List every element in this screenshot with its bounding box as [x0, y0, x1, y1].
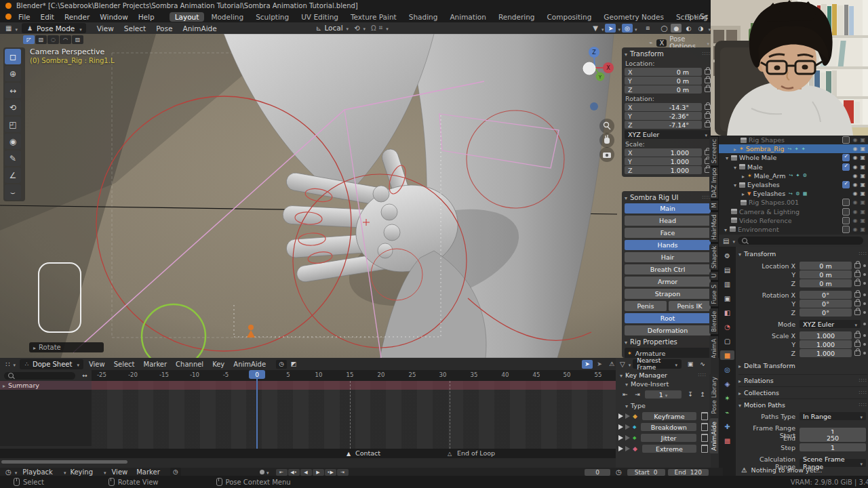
eye-icon[interactable]: ◉ [852, 182, 857, 188]
select-flag-icon[interactable] [618, 424, 623, 430]
show-hidden-filter-icon[interactable]: ➤ [594, 360, 605, 369]
amount-field[interactable]: 1 [645, 390, 682, 399]
workspace-tab-layout[interactable]: Layout [170, 12, 205, 22]
tab-collection-icon[interactable]: ▢ [720, 336, 734, 346]
outliner-row-male-arm[interactable]: ✶ Male_Arm ↪ ✦ ⚙ ◉▣ [719, 171, 868, 180]
xray-toggle-icon[interactable]: ⧈ [642, 24, 653, 33]
tab-shapekeys[interactable]: Shapek [709, 244, 718, 270]
keying-menu[interactable]: Keying [70, 468, 93, 476]
tab-constraints-icon[interactable]: ◈ [720, 379, 734, 388]
marker-menu[interactable]: Marker [136, 468, 160, 476]
rig-button-strapon[interactable]: Strapon [625, 289, 711, 299]
jump-right-icon[interactable]: ⇥ [632, 390, 643, 399]
end-frame-field[interactable]: End120 [668, 469, 709, 476]
rig-button-face[interactable]: Face [625, 228, 711, 238]
view-menu[interactable]: View [97, 24, 114, 33]
insert-down-icon[interactable]: ↧ [685, 390, 696, 399]
tab-animaide[interactable]: AnimA [709, 336, 718, 361]
panel-delta-transform[interactable]: Delta Transform [738, 362, 867, 369]
rig-properties-title[interactable]: Rig Properties [630, 338, 677, 346]
ds-menu-view[interactable]: View [89, 361, 105, 368]
mode-dropdown[interactable]: ♟ Pose Mode [22, 23, 86, 33]
playback-menu[interactable]: Playback [22, 468, 53, 476]
eye-icon[interactable]: ◉ [852, 226, 857, 232]
jump-left-icon[interactable]: ⇤ [620, 390, 631, 399]
rig-button-penis-ik[interactable]: Penis IK [669, 301, 711, 311]
delete-icon[interactable] [701, 434, 708, 442]
falloff-curve-icon[interactable]: ∿ [697, 360, 708, 369]
animate-dot[interactable] [863, 282, 866, 285]
prop-rotation-mode[interactable]: ModeXYZ Euler [738, 320, 866, 328]
camera-visibility-icon[interactable]: ▣ [860, 164, 865, 170]
rotation-mode-dropdown[interactable]: XYZ Euler [625, 130, 711, 139]
editor-type-icon[interactable]: ∷ [5, 361, 9, 368]
operator-panel[interactable]: Rotate [29, 342, 104, 352]
menu-file[interactable]: File [18, 13, 31, 21]
tool-select-box-icon[interactable]: ◻ [5, 49, 21, 64]
eye-icon[interactable]: ◉ [852, 146, 857, 152]
prop-scale-z[interactable]: Z1.000 [738, 349, 866, 357]
rig-button-root[interactable]: Root [625, 313, 711, 323]
outliner-row-sombra-rig[interactable]: ✶ Sombra_Rig ↪ ✦ ✦ ◉▣ [719, 144, 868, 153]
outliner-row-whole-male[interactable]: Whole Male ◉▣ [719, 153, 868, 162]
tab-animaide-sidebar[interactable]: AnimAide [709, 418, 718, 453]
tab-world-icon[interactable]: ◔ [720, 322, 734, 331]
animate-dot[interactable] [863, 273, 866, 276]
workspace-tab-sculpting[interactable]: Sculpting [250, 12, 294, 22]
tab-view-layer-icon[interactable]: ▣ [720, 293, 734, 303]
view-menu[interactable]: View [112, 468, 128, 476]
rotation-x-field[interactable]: X-14.3° [625, 103, 702, 111]
camera-visibility-icon[interactable]: ▣ [860, 218, 865, 224]
animate-dot[interactable] [863, 293, 866, 296]
tool-scale-icon[interactable]: ◰ [5, 117, 21, 132]
prop-step[interactable]: Step1 [738, 443, 866, 451]
lock-icon[interactable] [705, 69, 711, 75]
tab-bone-icon[interactable]: ⌁ [720, 407, 734, 417]
start-frame-field[interactable]: Start0 [627, 469, 665, 476]
tab-bone-constraint-icon[interactable]: ✚ [720, 422, 734, 431]
play-button[interactable]: ▶ [313, 469, 324, 476]
tab-hairmod[interactable]: HairMod [709, 212, 718, 242]
snap-mode-dropdown[interactable]: Nearest Frame [633, 359, 682, 369]
eye-icon[interactable]: ◉ [852, 190, 857, 197]
lock-icon[interactable] [705, 78, 711, 83]
play-reverse-button[interactable]: ◀ [300, 469, 312, 476]
menu-window[interactable]: Window [100, 13, 127, 21]
workspace-tab-geometry-nodes[interactable]: Geometry Nodes [598, 12, 669, 22]
workspace-tab-compositing[interactable]: Compositing [542, 12, 597, 22]
tab-pose-library[interactable]: Pose Library [709, 374, 718, 416]
editor-type-icon[interactable]: ▦ [5, 24, 12, 32]
eye-icon[interactable]: ◉ [852, 218, 857, 224]
camera-visibility-icon[interactable]: ▣ [860, 137, 865, 143]
collection-checkbox[interactable] [842, 163, 850, 171]
snap-cursor-icon[interactable]: ◩ [288, 360, 299, 369]
eye-icon[interactable]: ◉ [852, 199, 857, 205]
tool-rotate-icon[interactable]: ⟲ [5, 100, 21, 115]
outliner-row-rig-shapes-001[interactable]: Rig Shapes.001 ◉▣ [719, 198, 868, 207]
animate-dot[interactable] [863, 264, 866, 267]
camera-visibility-icon[interactable]: ▣ [860, 209, 865, 215]
animate-dot[interactable] [863, 311, 866, 314]
shading-rendered-icon[interactable]: ◑ [695, 24, 706, 33]
scale-x-field[interactable]: X1.000 [625, 148, 702, 157]
outliner-search-input[interactable] [738, 237, 864, 245]
outliner-row-environment[interactable]: Environment ◉▣ [719, 225, 868, 234]
insert-up-icon[interactable]: ↥ [697, 390, 708, 399]
tab-daz-importer[interactable]: DAZ Impo [709, 167, 718, 199]
close-x-button[interactable]: X [656, 39, 667, 47]
select-paint-icon[interactable]: ▨ [72, 35, 83, 44]
location-y-field[interactable]: Y0 m [625, 77, 702, 85]
outliner-row-eyelashes-mesh[interactable]: ▼ Eyelashes ↪ ⚙ ▦ ◉▣ [719, 189, 868, 198]
select-menu[interactable]: Select [124, 24, 146, 33]
ds-menu-select[interactable]: Select [114, 361, 135, 368]
camera-visibility-icon[interactable]: ▣ [860, 155, 865, 161]
prop-location-x[interactable]: Location X0 m [738, 262, 866, 270]
location-z-field[interactable]: Z0 m [625, 85, 702, 94]
menu-render[interactable]: Render [64, 13, 90, 21]
timeline-ruler[interactable]: -25 -20 -15 -10 -5 5 10 15 20 25 30 35 4… [92, 370, 616, 381]
lock-icon[interactable] [705, 104, 711, 110]
rig-button-deformation[interactable]: Deformation [625, 325, 711, 336]
rotation-z-field[interactable]: Z-7.14° [625, 121, 702, 129]
animate-dot[interactable] [863, 352, 866, 354]
lock-icon[interactable] [705, 113, 711, 119]
